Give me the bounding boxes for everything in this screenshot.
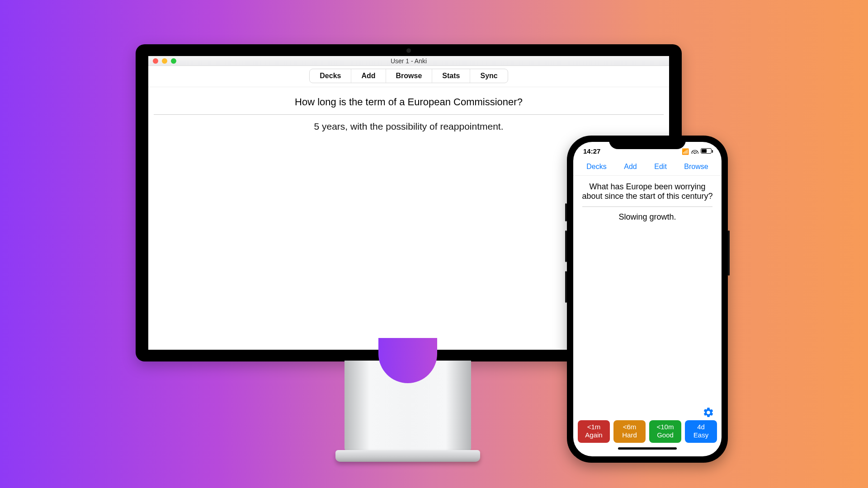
monitor-camera <box>406 48 411 53</box>
answer-hard-button[interactable]: <6m Hard <box>613 420 646 443</box>
nav-edit[interactable]: Edit <box>654 163 667 171</box>
card-answer: 5 years, with the possibility of reappoi… <box>154 121 664 132</box>
window-title: User 1 - Anki <box>148 57 669 65</box>
phone-card-question: What has Europe been worrying about sinc… <box>580 182 715 201</box>
monitor-stand-base <box>335 450 480 462</box>
tab-stats[interactable]: Stats <box>432 69 470 83</box>
answer-label: Good <box>657 431 674 439</box>
answer-easy-button[interactable]: 4d Easy <box>685 420 717 443</box>
answer-good-button[interactable]: <10m Good <box>649 420 681 443</box>
tab-decks[interactable]: Decks <box>310 69 351 83</box>
signal-icon <box>682 147 689 155</box>
phone-power-button <box>728 230 730 276</box>
gear-icon <box>703 407 714 418</box>
settings-button[interactable] <box>703 407 714 418</box>
phone-card-spacer <box>573 222 722 417</box>
phone-card-divider <box>582 206 712 207</box>
phone-card-answer: Slowing growth. <box>580 212 715 222</box>
nav-decks[interactable]: Decks <box>586 163 606 171</box>
card-divider <box>154 114 664 115</box>
answer-time: <1m <box>587 423 601 431</box>
phone-volume-down <box>565 271 567 303</box>
stage: User 1 - Anki Decks Add Browse Stats Syn… <box>0 0 868 488</box>
status-icons <box>682 147 712 155</box>
answer-label: Easy <box>693 431 708 439</box>
answer-time: 4d <box>697 423 705 431</box>
phone-notch <box>609 136 686 149</box>
answer-time: <6m <box>623 423 637 431</box>
answer-buttons: <1m Again <6m Hard <10m Good 4d Easy <box>573 417 722 443</box>
monitor-stand-neck <box>344 361 471 451</box>
answer-again-button[interactable]: <1m Again <box>578 420 610 443</box>
tab-add[interactable]: Add <box>351 69 385 83</box>
answer-label: Again <box>585 431 602 439</box>
monitor-stand-cutout <box>378 338 437 383</box>
phone-nav: Decks Add Edit Browse <box>573 160 722 176</box>
phone-volume-up <box>565 230 567 262</box>
desktop-toolbar: Decks Add Browse Stats Sync <box>148 66 669 87</box>
answer-label: Hard <box>622 431 637 439</box>
tab-sync[interactable]: Sync <box>470 69 507 83</box>
nav-browse[interactable]: Browse <box>684 163 708 171</box>
home-indicator[interactable] <box>573 443 722 456</box>
phone-screen: 14:27 Decks Add Edit Browse What has Eur… <box>573 142 722 456</box>
phone-device: 14:27 Decks Add Edit Browse What has Eur… <box>567 136 728 463</box>
toolbar-tabs: Decks Add Browse Stats Sync <box>309 69 508 83</box>
window-titlebar: User 1 - Anki <box>148 56 669 66</box>
nav-add[interactable]: Add <box>624 163 637 171</box>
phone-mute-switch <box>565 203 567 221</box>
tab-browse[interactable]: Browse <box>386 69 432 83</box>
wifi-icon <box>691 148 698 154</box>
phone-flashcard: What has Europe been worrying about sinc… <box>573 176 722 222</box>
answer-time: <10m <box>657 423 674 431</box>
status-time: 14:27 <box>583 147 600 155</box>
battery-icon <box>701 148 712 154</box>
desktop-flashcard: How long is the term of a European Commi… <box>148 87 669 141</box>
card-question: How long is the term of a European Commi… <box>154 96 664 108</box>
